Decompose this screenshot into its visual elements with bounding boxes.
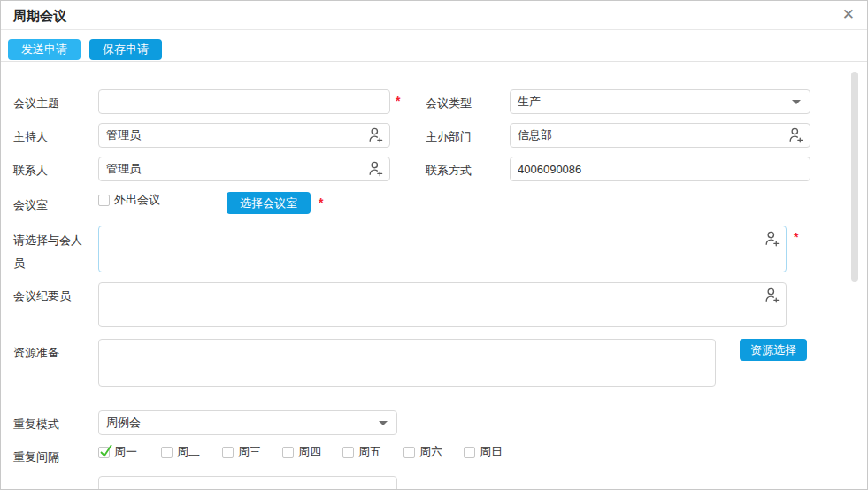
subject-field-wrap	[98, 89, 390, 114]
attendees-required-asterisk: *	[794, 230, 798, 244]
dialog-toolbar: 发送申请 保存申请	[1, 31, 867, 62]
select-meeting-room-button[interactable]: 选择会议室	[227, 192, 311, 214]
checkbox-box[interactable]	[342, 447, 354, 458]
weekday-checkbox-label: 周六	[419, 444, 442, 460]
checkbox-box[interactable]	[98, 195, 110, 206]
weekday-checkbox-3[interactable]: 周三	[222, 444, 261, 460]
weekday-checkbox-1[interactable]: 周一	[98, 444, 137, 460]
repeat-mode-select[interactable]: 周例会	[98, 410, 397, 435]
check-icon	[99, 444, 113, 458]
send-request-button[interactable]: 发送申请	[8, 39, 81, 60]
checkbox-box[interactable]	[282, 447, 294, 458]
resource-select-button[interactable]: 资源选择	[740, 339, 807, 361]
offsite-meeting-checkbox[interactable]: 外出会议	[98, 192, 160, 208]
department-label: 主办部门	[426, 129, 472, 145]
meeting-room-label: 会议室	[13, 197, 48, 213]
host-input[interactable]	[98, 123, 390, 148]
weekday-checkbox-label: 周一	[114, 444, 137, 460]
checkbox-box[interactable]	[403, 447, 415, 458]
scrollbar-thumb[interactable]	[851, 72, 858, 282]
weekday-checkbox-7[interactable]: 周日	[464, 444, 503, 460]
meeting-type-select[interactable]: 生产	[510, 89, 810, 114]
weekday-checkbox-label: 周四	[298, 444, 321, 460]
subject-label: 会议主题	[13, 96, 59, 111]
repeat-interval-label: 重复间隔	[13, 449, 59, 465]
attendees-field-wrap	[98, 226, 787, 272]
meeting-type-label: 会议类型	[426, 96, 472, 111]
close-icon[interactable]: ✕	[842, 5, 855, 25]
user-add-icon[interactable]	[764, 230, 780, 247]
periodic-meeting-dialog: 周期会议 ✕ 发送申请 保存申请 会议主题 * 会议类型 生产 主持人 主办部门	[0, 0, 868, 490]
weekday-checkbox-5[interactable]: 周五	[342, 444, 381, 460]
department-field-wrap	[510, 123, 810, 148]
minutes-taker-textarea[interactable]	[98, 282, 787, 327]
subject-input[interactable]	[98, 89, 390, 114]
minutes-taker-field-wrap	[98, 282, 787, 327]
department-input[interactable]	[510, 123, 810, 148]
save-request-button[interactable]: 保存申请	[89, 39, 162, 60]
next-field-partial-input[interactable]	[98, 476, 397, 490]
host-label: 主持人	[13, 129, 48, 145]
attendees-label: 请选择与会人员	[13, 229, 93, 275]
checkbox-box[interactable]	[98, 447, 110, 458]
checkbox-box[interactable]	[161, 447, 173, 458]
chevron-down-icon	[792, 100, 801, 104]
dialog-titlebar: 周期会议 ✕	[1, 1, 867, 30]
checkbox-box[interactable]	[222, 447, 234, 458]
user-add-icon[interactable]	[367, 160, 384, 177]
contact-info-input[interactable]	[510, 157, 810, 181]
dialog-title: 周期会议	[13, 8, 66, 25]
resources-label: 资源准备	[13, 345, 59, 361]
meeting-room-required-asterisk: *	[319, 195, 323, 210]
checkbox-box[interactable]	[464, 447, 475, 458]
weekday-checkbox-label: 周日	[480, 444, 503, 460]
contact-info-label: 联系方式	[426, 163, 472, 179]
weekday-checkbox-label: 周二	[177, 444, 200, 460]
contact-info-field-wrap	[510, 157, 810, 181]
contact-input[interactable]	[98, 157, 390, 181]
repeat-mode-label: 重复模式	[13, 417, 59, 433]
subject-required-asterisk: *	[396, 94, 400, 108]
host-field-wrap	[98, 123, 390, 148]
meeting-type-value: 生产	[518, 95, 541, 108]
repeat-mode-value: 周例会	[106, 416, 141, 429]
user-add-icon[interactable]	[787, 126, 804, 143]
contact-label: 联系人	[13, 163, 48, 179]
chevron-down-icon	[379, 421, 388, 425]
contact-field-wrap	[98, 157, 390, 181]
offsite-meeting-checkbox-label: 外出会议	[114, 192, 160, 208]
minutes-taker-label: 会议纪要员	[13, 288, 71, 304]
user-add-icon[interactable]	[367, 126, 384, 143]
attendees-textarea[interactable]	[98, 226, 787, 272]
weekday-checkbox-2[interactable]: 周二	[161, 444, 200, 460]
weekday-checkbox-label: 周三	[238, 444, 261, 460]
weekday-checkbox-label: 周五	[358, 444, 381, 460]
user-add-icon[interactable]	[764, 287, 780, 303]
resources-textarea[interactable]	[98, 339, 716, 387]
resources-field-wrap	[98, 339, 716, 387]
weekday-checkbox-6[interactable]: 周六	[403, 444, 442, 460]
weekday-checkbox-4[interactable]: 周四	[282, 444, 321, 460]
